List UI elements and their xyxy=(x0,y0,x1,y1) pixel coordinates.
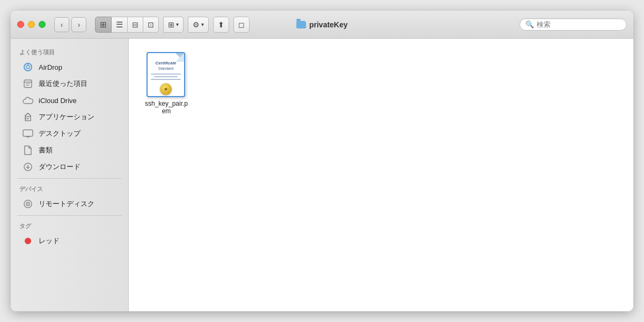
airdrop-icon xyxy=(23,62,33,72)
list-icon: ☰ xyxy=(116,20,123,30)
window-title: privateKey xyxy=(309,20,348,29)
view-mode-group: ⊞ ☰ ⊟ ⊡ xyxy=(95,17,159,33)
share-icon: ⬆ xyxy=(218,20,224,29)
title-center: privateKey xyxy=(296,20,348,29)
sidebar-item-label: 書類 xyxy=(39,145,53,155)
sidebar-item-label: ダウンロード xyxy=(39,162,80,172)
svg-point-1 xyxy=(26,65,30,69)
search-input[interactable] xyxy=(537,20,621,28)
icloud-icon xyxy=(23,95,33,106)
folder-icon xyxy=(296,21,306,28)
tag-icon: ◻ xyxy=(238,20,245,29)
dropdown-arrow: ▾ xyxy=(176,21,179,27)
sidebar-item-recents[interactable]: 最近使った項目 xyxy=(14,76,125,92)
file-area[interactable]: Certificate Standard ★ xyxy=(129,39,633,311)
sidebar-divider-2 xyxy=(17,215,122,216)
tag-group: ◻ xyxy=(233,17,250,33)
search-icon: 🔍 xyxy=(525,20,534,28)
devices-section-label: デバイス xyxy=(11,182,128,195)
maximize-button[interactable] xyxy=(39,21,46,28)
remotedisk-icon xyxy=(23,199,33,209)
action-button[interactable]: ⚙ ▾ xyxy=(188,17,209,33)
sidebar-item-label: AirDrop xyxy=(39,63,62,71)
svg-rect-13 xyxy=(26,136,30,137)
file-item[interactable]: Certificate Standard ★ xyxy=(140,49,193,119)
cert-icon: Certificate Standard ★ xyxy=(147,52,185,97)
search-box[interactable]: 🔍 xyxy=(519,18,627,31)
groupby-icon: ⊞ xyxy=(168,20,174,29)
sidebar-item-label: デスクトップ xyxy=(39,129,80,138)
view-cover-button[interactable]: ⊡ xyxy=(143,17,159,33)
share-group: ⬆ xyxy=(213,17,229,33)
groupby-group: ⊞ ▾ xyxy=(163,17,184,33)
sidebar-item-label: iCloud Drive xyxy=(39,97,77,105)
recents-icon xyxy=(23,78,33,89)
svg-rect-12 xyxy=(23,130,33,136)
groupby-button[interactable]: ⊞ ▾ xyxy=(163,17,184,33)
gear-icon: ⚙ xyxy=(193,20,200,29)
view-list-button[interactable]: ☰ xyxy=(112,17,128,33)
minimize-button[interactable] xyxy=(28,21,35,28)
action-dropdown-arrow: ▾ xyxy=(201,21,204,27)
view-columns-button[interactable]: ⊟ xyxy=(128,17,143,33)
forward-button[interactable]: › xyxy=(71,17,86,32)
favorites-section-label: よく使う項目 xyxy=(11,45,128,58)
tags-section-label: タグ xyxy=(11,219,128,232)
svg-point-11 xyxy=(27,118,29,120)
action-group: ⚙ ▾ xyxy=(188,17,209,33)
close-button[interactable] xyxy=(17,21,24,28)
sidebar-item-desktop[interactable]: デスクトップ xyxy=(14,126,125,142)
sidebar-item-tag-red[interactable]: レッド xyxy=(14,233,125,249)
main-content: よく使う項目 AirDrop xyxy=(11,39,633,311)
sidebar-item-documents[interactable]: 書類 xyxy=(14,142,125,158)
finder-window: ‹ › ⊞ ☰ ⊟ ⊡ ⊞ ▾ xyxy=(11,11,633,311)
cover-icon: ⊡ xyxy=(148,20,154,29)
svg-point-9 xyxy=(30,116,31,118)
downloads-icon xyxy=(23,162,33,172)
svg-point-8 xyxy=(27,116,29,118)
applications-icon xyxy=(23,112,33,122)
traffic-lights xyxy=(17,21,46,28)
back-button[interactable]: ‹ xyxy=(54,17,69,32)
tag-red-icon xyxy=(23,236,33,246)
file-icon-container: Certificate Standard ★ xyxy=(145,54,188,97)
sidebar: よく使う項目 AirDrop xyxy=(11,39,129,311)
file-name: ssh_key_pair.pem xyxy=(144,100,189,115)
sidebar-item-airdrop[interactable]: AirDrop xyxy=(14,59,125,75)
desktop-icon xyxy=(23,128,33,139)
documents-icon xyxy=(23,145,33,156)
toolbar-right: 🔍 xyxy=(519,18,627,31)
sidebar-item-label: アプリケーション xyxy=(39,112,94,122)
nav-buttons: ‹ › xyxy=(54,17,86,32)
sidebar-item-label: リモートディスク xyxy=(39,199,94,209)
svg-point-10 xyxy=(25,118,27,120)
svg-point-7 xyxy=(25,116,27,118)
share-button[interactable]: ⬆ xyxy=(213,17,229,33)
sidebar-item-icloud[interactable]: iCloud Drive xyxy=(14,92,125,108)
sidebar-item-downloads[interactable]: ダウンロード xyxy=(14,159,125,175)
tag-button[interactable]: ◻ xyxy=(233,17,250,33)
title-bar: ‹ › ⊞ ☰ ⊟ ⊡ ⊞ ▾ xyxy=(11,11,633,39)
sidebar-divider-1 xyxy=(17,178,122,179)
sidebar-item-label: 最近使った項目 xyxy=(39,79,87,89)
columns-icon: ⊟ xyxy=(132,20,138,29)
sidebar-item-label: レッド xyxy=(39,236,60,246)
view-grid-button[interactable]: ⊞ xyxy=(95,17,112,33)
grid-icon: ⊞ xyxy=(100,20,107,30)
sidebar-item-remotedisk[interactable]: リモートディスク xyxy=(14,196,125,212)
svg-point-17 xyxy=(27,203,28,204)
sidebar-item-applications[interactable]: アプリケーション xyxy=(14,109,125,125)
